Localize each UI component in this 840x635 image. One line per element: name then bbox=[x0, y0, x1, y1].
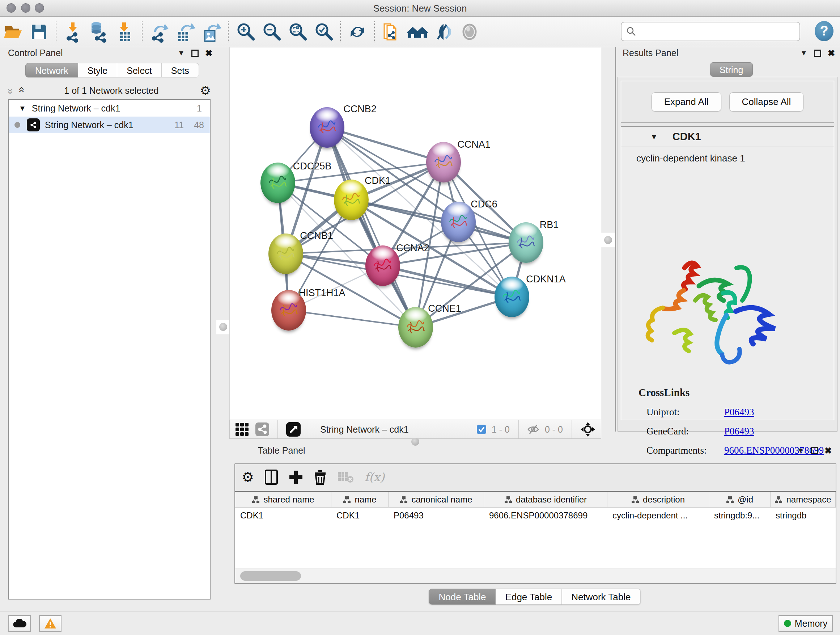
network-node-cdc25b[interactable] bbox=[261, 163, 295, 203]
save-session-icon bbox=[28, 21, 50, 43]
grid-view-icon[interactable] bbox=[235, 422, 249, 437]
network-list-icon[interactable] bbox=[255, 422, 270, 437]
collapse-panel-icon[interactable]: ▼ bbox=[178, 49, 185, 57]
close-panel-icon[interactable]: ✖ bbox=[828, 48, 835, 58]
crosslink-link[interactable]: P06493 bbox=[724, 426, 754, 437]
tab-node-table[interactable]: Node Table bbox=[429, 589, 496, 605]
close-panel-icon[interactable]: ✖ bbox=[205, 48, 212, 58]
tab-select[interactable]: Select bbox=[117, 63, 161, 78]
export-image-button[interactable] bbox=[198, 19, 224, 44]
column-header-id[interactable]: @id bbox=[709, 492, 771, 507]
table-horizontal-scrollbar[interactable] bbox=[235, 568, 836, 583]
float-panel-icon[interactable] bbox=[811, 447, 818, 454]
network-node-cdk1[interactable] bbox=[334, 180, 369, 220]
export-table-button[interactable] bbox=[172, 19, 198, 44]
table-gear-icon[interactable]: ⚙ bbox=[242, 469, 254, 485]
close-panel-icon[interactable]: ✖ bbox=[824, 446, 832, 456]
function-builder-icon[interactable]: f(x) bbox=[365, 470, 385, 484]
table-cell[interactable]: stringdb:9... bbox=[709, 508, 771, 524]
search-box[interactable] bbox=[621, 22, 800, 41]
selected-checkbox-icon[interactable] bbox=[477, 424, 486, 434]
tab-network[interactable]: Network bbox=[25, 63, 78, 78]
table-cell[interactable]: CDK1 bbox=[332, 508, 388, 524]
tab-string[interactable]: String bbox=[710, 62, 753, 77]
hide-glyphs-button[interactable] bbox=[431, 19, 456, 44]
right-splitter-handle[interactable] bbox=[601, 233, 615, 247]
table-panel-splitter[interactable] bbox=[229, 439, 601, 445]
network-edge[interactable] bbox=[351, 200, 526, 242]
columns-icon[interactable] bbox=[265, 470, 278, 485]
network-node-ccna2[interactable] bbox=[365, 245, 400, 286]
homes-icon bbox=[407, 21, 428, 43]
import-table-button[interactable] bbox=[112, 19, 138, 44]
crosslink-row: GeneCard:P06493 bbox=[638, 426, 827, 437]
tree-expand-caret-icon[interactable]: ▼ bbox=[19, 104, 26, 112]
tab-edge-table[interactable]: Edge Table bbox=[496, 589, 562, 605]
collapse-all-networks-icon[interactable]: » bbox=[14, 88, 27, 93]
network-node-ccnb2[interactable] bbox=[309, 107, 344, 148]
network-node-ccna1[interactable] bbox=[426, 142, 461, 182]
open-session-button[interactable] bbox=[0, 19, 26, 44]
tab-sets[interactable]: Sets bbox=[162, 63, 199, 78]
zoom-fit-button[interactable] bbox=[284, 19, 310, 44]
homes-button[interactable] bbox=[404, 19, 431, 44]
import-network-database-button[interactable] bbox=[86, 19, 112, 44]
memory-button[interactable]: Memory bbox=[778, 615, 833, 632]
crosslink-link[interactable]: P06493 bbox=[724, 407, 754, 418]
network-options-gear-icon[interactable]: ⚙ bbox=[200, 83, 211, 98]
zoom-selected-button[interactable] bbox=[310, 19, 336, 44]
table-cell[interactable]: 9606.ENSP00000378699 bbox=[484, 508, 607, 524]
scrollbar-thumb[interactable] bbox=[240, 571, 301, 581]
refresh-button[interactable] bbox=[344, 19, 370, 44]
column-header-shared-name[interactable]: shared name bbox=[235, 492, 332, 507]
collapse-panel-icon[interactable]: ▼ bbox=[797, 447, 804, 455]
expand-all-button[interactable]: Expand All bbox=[652, 92, 722, 111]
network-node-rb1[interactable] bbox=[508, 222, 543, 263]
float-panel-icon[interactable] bbox=[814, 50, 821, 57]
network-node-ccnb1[interactable] bbox=[268, 233, 303, 274]
table-cell[interactable]: stringdb bbox=[771, 508, 836, 524]
add-column-icon[interactable] bbox=[289, 470, 303, 485]
hidden-eye-icon[interactable] bbox=[527, 423, 540, 436]
column-header-namespace[interactable]: namespace bbox=[771, 492, 836, 507]
table-cell[interactable]: cyclin-dependent ... bbox=[607, 508, 709, 524]
float-panel-icon[interactable] bbox=[191, 50, 199, 57]
network-row[interactable]: String Network – cdk1 11 48 bbox=[9, 117, 210, 133]
column-header-database-identifier[interactable]: database identifier bbox=[484, 492, 607, 507]
table-row[interactable]: CDK1CDK1P064939606.ENSP00000378699cyclin… bbox=[235, 508, 836, 524]
export-network-button[interactable] bbox=[146, 19, 172, 44]
column-header-name[interactable]: name bbox=[332, 492, 388, 507]
collapse-all-button[interactable]: Collapse All bbox=[729, 92, 804, 111]
protein-structure-thumb-icon bbox=[372, 255, 393, 277]
table-cell[interactable]: P06493 bbox=[388, 508, 484, 524]
tab-style[interactable]: Style bbox=[78, 63, 118, 78]
network-edge[interactable] bbox=[289, 310, 416, 327]
collapse-panel-icon[interactable]: ▼ bbox=[800, 49, 807, 57]
delete-table-icon[interactable] bbox=[337, 470, 354, 484]
import-network-file-button[interactable] bbox=[60, 19, 86, 44]
pan-crosshair-icon[interactable] bbox=[580, 421, 596, 437]
help-button[interactable]: ? bbox=[815, 21, 834, 41]
sphere-button[interactable] bbox=[456, 19, 483, 44]
warnings-button[interactable] bbox=[39, 615, 62, 632]
network-collection-row[interactable]: ▼ String Network – cdk1 1 bbox=[9, 100, 210, 117]
birdseye-view-icon[interactable] bbox=[286, 422, 301, 437]
tab-network-table[interactable]: Network Table bbox=[562, 589, 640, 605]
delete-column-icon[interactable] bbox=[314, 470, 326, 485]
search-input[interactable] bbox=[637, 27, 792, 36]
node-section-header[interactable]: ▼ CDK1 bbox=[621, 127, 834, 147]
zoom-out-button[interactable] bbox=[258, 19, 284, 44]
zoom-in-button[interactable] bbox=[232, 19, 258, 44]
network-edge[interactable] bbox=[327, 127, 444, 162]
column-header-description[interactable]: description bbox=[607, 492, 709, 507]
string-document-button[interactable] bbox=[378, 19, 404, 44]
network-node-cdkn1a[interactable] bbox=[494, 277, 529, 317]
node-label-ccna1: CCNA1 bbox=[457, 139, 491, 150]
network-canvas[interactable]: CCNB2CCNA1CDC25BCDK1CDC6RB1CCNB1CCNA2CDK… bbox=[229, 47, 601, 420]
column-header-canonical-name[interactable]: canonical name bbox=[388, 492, 484, 507]
cloud-button[interactable] bbox=[8, 615, 31, 632]
section-collapse-caret-icon[interactable]: ▼ bbox=[650, 132, 658, 141]
table-cell[interactable]: CDK1 bbox=[235, 508, 332, 524]
left-splitter-handle[interactable] bbox=[216, 320, 231, 334]
save-session-button[interactable] bbox=[26, 19, 52, 44]
